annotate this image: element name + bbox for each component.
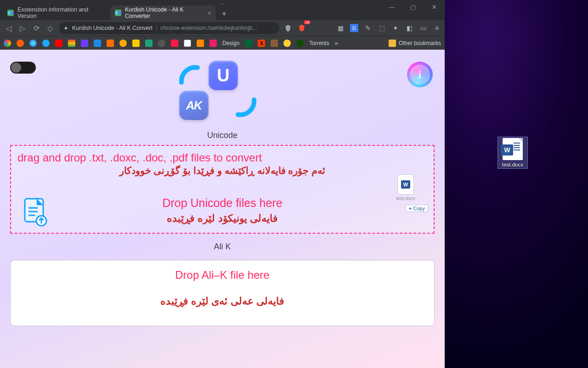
bookmark-item[interactable]: [29, 40, 37, 47]
bookmark-item[interactable]: X: [258, 40, 265, 47]
dropzone-hint-ku: ئەم جۆرە فایەلانە ڕاکێشە و فڕێدا بۆ گۆڕن…: [17, 165, 427, 176]
word-w-label: W: [401, 180, 410, 189]
tab-label: Kurdish Unicode - Ali K Converter: [125, 6, 202, 19]
dark-mode-toggle[interactable]: [10, 62, 36, 74]
svg-point-1: [10, 12, 13, 15]
bookmark-item[interactable]: [197, 40, 204, 47]
alik-tile: AK: [179, 91, 209, 120]
toggle-knob: [11, 63, 21, 73]
alik-section-label: Ali K: [10, 242, 435, 252]
close-window-button[interactable]: ✕: [424, 0, 445, 14]
word-w-label: W: [501, 144, 513, 155]
unicode-dropzone[interactable]: drag and drop .txt, .doxc, .doc, .pdf fi…: [10, 145, 435, 234]
word-file-icon: W: [503, 138, 523, 160]
info-icon: i: [418, 68, 421, 81]
extension-icon[interactable]: ⬚: [378, 24, 386, 32]
bookmark-item[interactable]: [145, 40, 153, 47]
bookmark-item[interactable]: [17, 40, 24, 47]
forward-button[interactable]: ▷: [17, 23, 28, 33]
folder-icon: [389, 40, 396, 47]
bookmark-item[interactable]: [171, 40, 178, 47]
bookmark-item[interactable]: [209, 40, 217, 47]
chevron-down-icon[interactable]: ˅: [221, 3, 224, 9]
unicode-tile: U: [209, 61, 238, 90]
bookmark-item[interactable]: [119, 40, 127, 47]
extension-icon: ✦: [63, 25, 68, 32]
favicon-icon: [115, 10, 121, 16]
extension-icon[interactable]: ✎: [364, 24, 372, 32]
new-tab-button[interactable]: +: [218, 7, 231, 20]
divider: [156, 24, 157, 32]
drop-here-ku: فایەلی یونیکۆد لێرە فڕێبدە: [17, 213, 427, 224]
tab-kurdish-converter[interactable]: Kurdish Unicode - Ali K Converter ×: [110, 6, 216, 20]
close-tab-icon[interactable]: ×: [208, 10, 211, 17]
menu-icon[interactable]: ≡: [433, 24, 441, 32]
address-bar: ◁ ▷ ⟳ ◇ ✦ Kurdish Unicode - Ali K Conver…: [0, 20, 445, 36]
bookmark-item[interactable]: [245, 40, 252, 47]
sidebar-icon[interactable]: ◧: [405, 24, 413, 32]
bookmark-item[interactable]: [107, 40, 114, 47]
arc-icon: [236, 95, 259, 118]
tab-label: Exstenstion information and Version: [17, 6, 104, 19]
unicode-section-label: Unicode: [10, 131, 435, 140]
bookmark-folder-torrents[interactable]: Torrents: [309, 40, 329, 46]
svg-point-3: [118, 12, 121, 15]
dropzone-hint-en: drag and drop .txt, .doxc, .doc, .pdf fi…: [17, 151, 427, 164]
bookmark-item[interactable]: [271, 40, 278, 47]
page-content: i U AK Unicode drag and drop .txt, .doxc…: [0, 50, 445, 368]
bookmark-item[interactable]: [94, 40, 101, 47]
desktop-file-name: test.docx: [499, 162, 526, 167]
bookmark-item[interactable]: [158, 40, 165, 47]
bookmark-icon[interactable]: ◇: [45, 23, 55, 33]
desktop[interactable]: W test.docx: [445, 0, 588, 368]
window-controls: — ▢ ✕: [381, 0, 445, 14]
drop-here-en: Drop Unicode files here: [17, 196, 427, 210]
reload-button[interactable]: ⟳: [31, 23, 41, 33]
page-title-text: Kurdish Unicode - Ali K Convert: [72, 25, 153, 31]
app-logo: U AK: [175, 60, 261, 122]
browser-window: ˅ Exstenstion information and Version Ku…: [0, 0, 445, 368]
copy-tooltip: Copy: [406, 205, 428, 212]
drag-preview-filename: test.docx: [396, 196, 415, 201]
arc-icon: [177, 64, 200, 87]
favicon-icon: [7, 10, 14, 16]
minimize-button[interactable]: —: [381, 0, 402, 14]
alik-dropzone[interactable]: Drop Ali–K file here فایەلی عەلی ئەی لێر…: [10, 260, 435, 326]
document-upload-icon: [23, 198, 48, 226]
toolbar-icons: ▦ G ✎ ⬚ ✦ ◧ ▭ ≡: [336, 24, 441, 32]
titlebar: ˅ Exstenstion information and Version Ku…: [0, 0, 445, 20]
bookmark-item[interactable]: [55, 40, 62, 47]
back-button[interactable]: ◁: [4, 23, 14, 33]
bookmark-item[interactable]: [42, 40, 50, 47]
shield-count-badge: 10: [304, 20, 311, 24]
bookmarks-bar: Design X Torrents » Other bookmarks: [0, 36, 445, 50]
info-button[interactable]: i: [407, 62, 433, 87]
drop-here-en: Drop Ali–K file here: [17, 269, 428, 282]
extension-icon[interactable]: ▦: [336, 24, 345, 32]
drop-here-ku: فایەلی عەلی ئەی لێرە فڕێبدە: [17, 295, 428, 307]
drag-preview: W test.docx: [396, 174, 415, 201]
bookmark-item[interactable]: [4, 40, 11, 47]
bookmark-item[interactable]: [184, 40, 191, 47]
bookmark-item[interactable]: [68, 40, 75, 47]
translate-icon[interactable]: G: [350, 24, 358, 32]
brave-lion-icon[interactable]: [283, 23, 293, 33]
extensions-menu-icon[interactable]: ✦: [391, 24, 400, 32]
word-file-icon: W: [397, 174, 414, 195]
bookmark-item[interactable]: [296, 40, 304, 47]
bookmark-folder-design[interactable]: Design: [222, 40, 239, 46]
omnibox[interactable]: ✦ Kurdish Unicode - Ali K Convert chrome…: [59, 22, 279, 34]
desktop-file-test-docx[interactable]: W test.docx: [498, 137, 527, 168]
url-text: chrome-extension://aehkdiejkdnhnjb...: [160, 25, 257, 31]
bookmark-item[interactable]: [132, 40, 140, 47]
tab-extension-info[interactable]: Exstenstion information and Version: [3, 6, 108, 20]
other-bookmarks-label: Other bookmarks: [399, 40, 441, 46]
other-bookmarks-folder[interactable]: Other bookmarks: [389, 40, 441, 47]
tab-strip: Exstenstion information and Version Kurd…: [3, 4, 231, 20]
bookmarks-overflow[interactable]: »: [335, 40, 338, 46]
bookmark-item[interactable]: [283, 40, 291, 47]
maximize-button[interactable]: ▢: [402, 0, 424, 14]
brave-shields-icon[interactable]: 10: [297, 23, 307, 33]
wallet-icon[interactable]: ▭: [419, 24, 427, 32]
bookmark-item[interactable]: [81, 40, 88, 47]
